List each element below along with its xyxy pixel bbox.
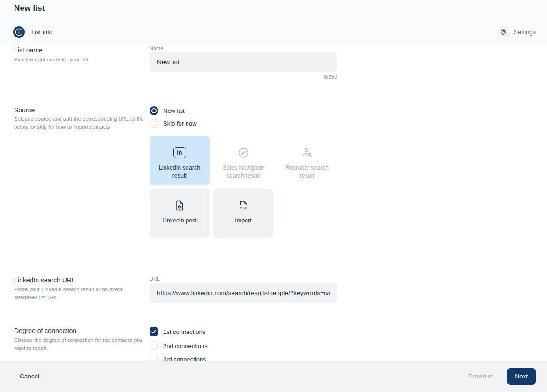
degree-description: Choose the degree of connection for the … bbox=[14, 336, 150, 352]
card-linkedin-post[interactable]: Linkedin post bbox=[150, 189, 210, 238]
source-cards: in LinkedIn search result Sales Navigato… bbox=[150, 136, 337, 238]
card-sales-navigator[interactable]: Sales Navigator search result bbox=[213, 136, 273, 185]
stepper-step-settings[interactable]: Settings bbox=[514, 29, 536, 36]
next-button[interactable]: Next bbox=[507, 368, 536, 385]
url-input[interactable] bbox=[150, 283, 337, 303]
name-input[interactable] bbox=[150, 52, 337, 72]
linkedin-in-icon: in bbox=[173, 146, 186, 160]
radio-skip-label: Skip for now bbox=[163, 120, 197, 127]
stepper: List info Settings bbox=[13, 26, 536, 38]
cancel-button[interactable]: Cancel bbox=[20, 373, 39, 380]
radio-new-list[interactable]: New list bbox=[150, 106, 185, 115]
radio-new-list-label: New list bbox=[163, 107, 185, 114]
list-name-heading: List name bbox=[14, 46, 43, 54]
footer-bar: Cancel Previous Next bbox=[0, 361, 547, 392]
char-counter: 8/250 bbox=[150, 74, 337, 80]
url-input-label: URL bbox=[150, 276, 160, 281]
radio-selected-icon bbox=[150, 106, 158, 115]
source-description: Select a source and add the correspondin… bbox=[14, 115, 148, 131]
compass-icon bbox=[237, 146, 250, 160]
checkbox-2nd-connections[interactable]: 2nd connections bbox=[150, 341, 208, 350]
card-linkedin-search-result[interactable]: in LinkedIn search result bbox=[150, 136, 210, 185]
person-search-icon bbox=[301, 146, 314, 160]
list-name-description: Pick the right name for your list. bbox=[14, 56, 145, 64]
radio-unselected-icon bbox=[150, 119, 158, 128]
card-import-csv[interactable]: csv Import bbox=[213, 189, 273, 238]
info-icon bbox=[13, 26, 25, 38]
stepper-step-list-info[interactable]: List info bbox=[31, 29, 52, 36]
page-title: New list bbox=[14, 4, 45, 13]
name-input-label: Name bbox=[150, 45, 163, 51]
csv-file-icon: csv bbox=[237, 199, 249, 213]
linkedin-url-heading: LinkedIn search URL bbox=[14, 276, 75, 284]
previous-button[interactable]: Previous bbox=[468, 373, 493, 380]
source-heading: Source bbox=[14, 106, 35, 114]
degree-heading: Degree of connection bbox=[14, 327, 76, 334]
checkbox-unchecked-icon bbox=[150, 341, 158, 350]
svg-text:csv: csv bbox=[240, 206, 247, 210]
checkbox-checked-icon bbox=[150, 327, 158, 336]
card-recruiter-search[interactable]: Recruiter search result bbox=[277, 136, 337, 185]
radio-skip-for-now[interactable]: Skip for now bbox=[150, 119, 197, 128]
new-list-dialog: New list List info Setti bbox=[0, 0, 547, 392]
post-thumbs-up-icon bbox=[173, 199, 186, 213]
linkedin-url-description: Paste your LinkedIn search result or an … bbox=[14, 286, 134, 301]
checkbox-1st-connections[interactable]: 1st connections bbox=[150, 327, 205, 336]
target-icon bbox=[498, 26, 509, 37]
header: New list List info Setti bbox=[0, 0, 547, 45]
stepper-connector-line bbox=[60, 32, 490, 32]
